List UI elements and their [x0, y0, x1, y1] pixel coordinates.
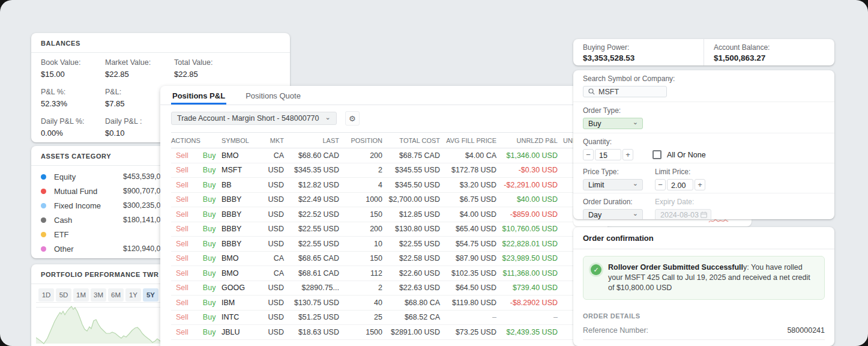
success-message: Rollover Order Submitted Successfully: Y…	[608, 263, 817, 293]
cell-unrlzd-pl: –	[496, 313, 558, 321]
sell-link[interactable]: Sell	[176, 284, 188, 292]
cell-mkt: USD	[259, 166, 284, 174]
buy-link[interactable]: Buy	[203, 328, 216, 336]
search-label: Search Symbol or Company:	[583, 74, 825, 83]
cell-total-cost: $345.50 USD	[382, 181, 440, 189]
limit-price-input[interactable]	[668, 181, 693, 191]
asset-label: Cash	[54, 216, 123, 225]
sell-link[interactable]: Sell	[176, 195, 188, 204]
column-header-symbol: SYMBOL	[222, 137, 259, 144]
balance-item: Total Value:$22.85	[174, 58, 280, 79]
range-button-1m[interactable]: 1M	[73, 288, 89, 302]
cell-actions: SellBuy	[171, 269, 222, 278]
sell-link[interactable]: Sell	[176, 210, 188, 219]
cell-unrlzd-pl: $22,828.01 USD	[496, 240, 558, 248]
all-or-none-checkbox[interactable]	[653, 150, 662, 159]
range-button-3m[interactable]: 3M	[91, 288, 106, 302]
limit-price-decrement-button[interactable]: −	[655, 179, 666, 190]
tab-positions-pl[interactable]: Positions P&L	[171, 86, 226, 105]
sell-link[interactable]: Sell	[176, 181, 188, 189]
buy-link[interactable]: Buy	[203, 151, 216, 160]
buy-link[interactable]: Buy	[203, 284, 216, 292]
cell-mkt: USD	[259, 313, 284, 321]
tab-positions-quote[interactable]: Positions Quote	[244, 86, 302, 105]
price-type-select[interactable]: Limit ⌄	[583, 179, 643, 190]
asset-label: Mutual Fund	[54, 187, 123, 196]
sell-link[interactable]: Sell	[176, 166, 188, 174]
sell-link[interactable]: Sell	[176, 269, 188, 278]
buy-link[interactable]: Buy	[203, 210, 216, 219]
quantity-decrement-button[interactable]: −	[583, 149, 594, 160]
sell-link[interactable]: Sell	[176, 313, 188, 321]
sell-link[interactable]: Sell	[176, 328, 188, 336]
cell-last: $22.52 USD	[284, 210, 339, 219]
gear-icon: ⚙	[349, 114, 356, 123]
cell-position: 2	[339, 166, 382, 174]
cell-total-cost: $2891.00 USD	[382, 328, 440, 336]
buying-power-block: Buying Power: $3,353,528.53	[573, 39, 704, 65]
buy-link[interactable]: Buy	[203, 166, 216, 174]
cell-symbol: JBLU	[222, 328, 259, 336]
account-balance-value: $1,500,863.27	[714, 53, 825, 62]
range-button-5y[interactable]: 5Y	[143, 288, 158, 302]
all-or-none-control[interactable]: All Or None	[653, 150, 706, 159]
cell-position: 4	[339, 181, 382, 189]
cell-unrlzd-pl: -$2,291.00 USD	[496, 181, 558, 189]
buy-link[interactable]: Buy	[203, 240, 216, 248]
cell-position: 1000	[339, 195, 382, 204]
buying-power-value: $3,353,528.53	[583, 53, 694, 62]
account-selector-dropdown[interactable]: Trade Account - Margin Short - 548000770…	[171, 112, 337, 125]
quantity-input[interactable]	[595, 151, 621, 161]
column-header-actions: ACTIONS	[171, 137, 222, 144]
buy-link[interactable]: Buy	[203, 254, 216, 263]
cell-unrlzd-pl: -$8.2902 USD	[496, 299, 558, 307]
order-duration-select[interactable]: Day ⌄	[583, 209, 643, 219]
price-type-value: Limit	[588, 181, 604, 189]
account-summary-card: Buying Power: $3,353,528.53 Account Bala…	[573, 39, 834, 65]
column-header-last: LAST	[284, 137, 339, 144]
quantity-label: Quantity:	[583, 138, 825, 146]
cell-last: $12.82 USD	[284, 181, 339, 189]
cell-symbol: BBBY	[222, 210, 259, 219]
cell-last: $22.55 USD	[284, 225, 339, 233]
positions-table-header: ACTIONSSYMBOLMKTLASTPOSITIONTOTAL COSTAV…	[171, 132, 597, 148]
cell-total-cost: $22.60 USD	[382, 269, 440, 278]
cell-mkt: CA	[259, 269, 284, 278]
range-button-6m[interactable]: 6M	[108, 288, 124, 302]
cell-avg-fill-price: $4.00 USD	[440, 210, 496, 219]
positions-table-body: SellBuyBMOCA$68.60 CAD200$68.75 CAD$4.00…	[171, 148, 597, 340]
sell-link[interactable]: Sell	[176, 225, 188, 233]
balance-value: $15.00	[41, 70, 105, 79]
sell-link[interactable]: Sell	[176, 240, 188, 248]
quantity-increment-button[interactable]: +	[622, 149, 633, 160]
buy-link[interactable]: Buy	[203, 299, 216, 307]
range-button-1y[interactable]: 1Y	[125, 288, 141, 302]
cell-actions: SellBuy	[171, 225, 222, 233]
range-button-5d[interactable]: 5D	[56, 288, 71, 302]
table-settings-button[interactable]: ⚙	[345, 111, 360, 126]
cell-total-cost: $12.85 USD	[382, 210, 440, 219]
account-selector-label: Trade Account - Margin Short - 548000770	[177, 114, 319, 123]
cell-total-cost: $22.55 USD	[382, 240, 440, 248]
cell-total-cost: $68.75 CAD	[382, 151, 440, 160]
cell-unrlzd-pl: $11,368.00 USD	[496, 269, 558, 278]
expiry-date-field	[655, 209, 711, 219]
order-type-select[interactable]: Buy ⌄	[583, 118, 643, 129]
buy-link[interactable]: Buy	[203, 195, 216, 204]
limit-price-increment-button[interactable]: +	[695, 179, 705, 190]
balance-value: $22.85	[174, 70, 280, 79]
buy-link[interactable]: Buy	[203, 313, 216, 321]
sell-link[interactable]: Sell	[176, 254, 188, 263]
positions-table-row: SellBuyBBBYUSD$22.49 USD1000$2,700.00 US…	[171, 193, 597, 208]
buy-link[interactable]: Buy	[203, 269, 216, 278]
search-input[interactable]	[598, 88, 656, 96]
cell-last: $68.65 CAD	[284, 254, 339, 263]
column-header-mkt: MKT	[259, 137, 284, 144]
buy-link[interactable]: Buy	[203, 181, 216, 189]
sell-link[interactable]: Sell	[176, 299, 188, 307]
range-button-1d[interactable]: 1D	[38, 288, 54, 302]
balance-label: P&L %:	[41, 88, 105, 96]
positions-table-row: SellBuyBMOCA$68.65 CAD150$22.58 USD$87.9…	[171, 252, 597, 267]
sell-link[interactable]: Sell	[176, 151, 188, 160]
buy-link[interactable]: Buy	[203, 225, 216, 233]
